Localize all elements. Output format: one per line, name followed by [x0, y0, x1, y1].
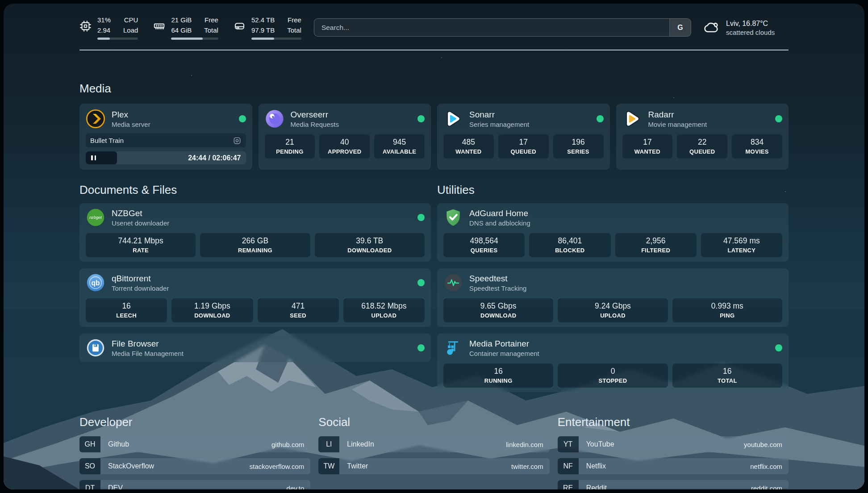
- stat-box: 16 LEECH: [86, 298, 167, 322]
- bookmark-url: github.com: [271, 441, 304, 448]
- bookmark-abbr: TW: [318, 458, 339, 474]
- stat-box: 17 WANTED: [622, 134, 673, 159]
- pause-button[interactable]: [91, 155, 96, 160]
- service-card-radarr[interactable]: Radarr Movie management 17 WANTED 22 QUE…: [616, 104, 789, 170]
- stat-box: 21 PENDING: [265, 134, 315, 159]
- stat-box: 9.65 Gbps DOWNLOAD: [443, 298, 553, 322]
- bookmark-netflix[interactable]: NF Netflix netflix.com: [558, 458, 789, 474]
- cpu-progressbar: [97, 38, 138, 40]
- bookmark-abbr: LI: [318, 436, 339, 452]
- search-input[interactable]: [314, 18, 691, 37]
- section-title-media: Media: [79, 82, 789, 96]
- svg-text:nzbget: nzbget: [89, 215, 102, 220]
- dashboard-window: 31% 2.94 CPU Load: [4, 4, 864, 489]
- cpu-load-label: Load: [123, 25, 138, 36]
- bookmark-group-social: Social LI LinkedIn linkedin.com TW Twitt…: [318, 415, 549, 489]
- bookmark-url: linkedin.com: [506, 441, 543, 448]
- disk-progressbar: [251, 38, 301, 40]
- sonarr-icon: [443, 109, 463, 129]
- disk-total-value: 97.9 TB: [251, 25, 275, 36]
- service-title: AdGuard Home: [469, 209, 530, 218]
- cloud-icon: [704, 20, 720, 36]
- stat-box: 16 RUNNING: [443, 363, 553, 388]
- bookmark-name: Github: [108, 440, 129, 448]
- service-subtitle: Series management: [469, 121, 529, 128]
- utilities-column: Utilities AdGuard Home: [437, 183, 789, 392]
- bookmark-youtube[interactable]: YT YouTube youtube.com: [558, 436, 789, 452]
- service-card-qbittorrent[interactable]: qb qBittorrent Torrent downloader 16: [79, 268, 431, 327]
- bookmark-twitter[interactable]: TW Twitter twitter.com: [318, 458, 549, 474]
- weather-condition: scattered clouds: [726, 29, 775, 36]
- bookmark-url: youtube.com: [744, 441, 782, 448]
- cpu-usage-label: CPU: [124, 15, 138, 25]
- service-card-nzbget[interactable]: nzbget NZBGet Usenet downloader 744.21 M…: [79, 203, 431, 262]
- radarr-icon: [622, 109, 642, 129]
- service-subtitle: Movie management: [648, 121, 707, 128]
- service-subtitle: Speedtest Tracking: [469, 284, 526, 292]
- service-title: Sonarr: [469, 110, 529, 120]
- service-card-speedtest[interactable]: Speedtest Speedtest Tracking 9.65 Gbps D…: [437, 268, 789, 327]
- memory-free-value: 21 GiB: [171, 15, 192, 25]
- disk-total-label: Total: [287, 25, 301, 36]
- search-provider-button[interactable]: G: [669, 19, 691, 36]
- stat-box: 471 SEED: [258, 298, 339, 322]
- service-subtitle: Torrent downloader: [112, 284, 169, 292]
- stat-box: 9.24 Gbps UPLOAD: [558, 298, 668, 322]
- service-subtitle: Media Requests: [291, 121, 339, 128]
- bookmark-reddit[interactable]: RE Reddit reddit.com: [558, 480, 789, 489]
- bookmark-url: stackoverflow.com: [250, 463, 305, 470]
- bookmark-name: Netflix: [586, 462, 606, 470]
- bookmark-linkedin[interactable]: LI LinkedIn linkedin.com: [318, 436, 549, 452]
- bookmark-abbr: YT: [558, 436, 579, 452]
- bookmark-name: LinkedIn: [347, 440, 374, 448]
- search-bar: G: [314, 18, 691, 37]
- disk-free-label: Free: [288, 15, 301, 25]
- bookmark-name: StackOverflow: [108, 462, 154, 470]
- bookmark-dev[interactable]: DT DEV dev.to: [79, 480, 310, 489]
- portainer-icon: [443, 338, 463, 358]
- disk-widget: 52.4 TB 97.9 TB Free Total: [234, 15, 301, 40]
- service-subtitle: Usenet downloader: [112, 219, 169, 227]
- stat-box: 945 AVAILABLE: [374, 134, 425, 159]
- service-card-overseerr[interactable]: Overseerr Media Requests 21 PENDING 40 A…: [259, 104, 431, 170]
- cpu-icon: [79, 20, 92, 32]
- cpu-load-value: 2.94: [97, 25, 111, 36]
- bookmark-group-entertainment: Entertainment YT YouTube youtube.com NF …: [558, 415, 789, 489]
- memory-widget: 21 GiB 64 GiB Free Total: [153, 15, 218, 40]
- service-card-filebrowser[interactable]: File Browser Media File Management: [79, 334, 431, 362]
- bookmark-group-developer: Developer GH Github github.com SO StackO…: [79, 415, 310, 489]
- stat-box: 196 SERIES: [553, 134, 604, 159]
- stat-box: 22 QUEUED: [677, 134, 727, 159]
- bookmark-abbr: RE: [558, 480, 579, 489]
- service-card-sonarr[interactable]: Sonarr Series management 485 WANTED 17 Q…: [437, 104, 610, 170]
- bookmark-github[interactable]: GH Github github.com: [79, 436, 310, 452]
- service-card-portainer[interactable]: Media Portainer Container management 16 …: [437, 334, 789, 392]
- stat-box: 0 STOPPED: [558, 363, 668, 388]
- service-card-adguard[interactable]: AdGuard Home DNS and adblocking 498,564 …: [437, 203, 789, 262]
- bookmark-abbr: SO: [79, 458, 100, 474]
- service-title: NZBGet: [112, 209, 169, 218]
- service-card-plex[interactable]: Plex Media server Bullet Train 24:44 / 0: [79, 104, 252, 170]
- plex-icon: [86, 109, 105, 129]
- now-playing-row: Bullet Train: [86, 134, 246, 147]
- status-dot: [417, 344, 425, 351]
- bookmark-abbr: NF: [558, 458, 579, 474]
- filebrowser-icon: [86, 338, 105, 358]
- disk-free-value: 52.4 TB: [251, 15, 275, 25]
- stat-box: 47.569 ms LATENCY: [701, 233, 782, 257]
- cpu-usage-value: 31%: [97, 15, 111, 25]
- status-dot: [775, 115, 782, 122]
- bookmark-url: dev.to: [287, 485, 305, 490]
- stat-box: 1.19 Gbps DOWNLOAD: [171, 298, 253, 322]
- stat-box: 0.993 ms PING: [672, 298, 782, 322]
- playback-progressbar: 24:44 / 02:06:47: [86, 151, 246, 164]
- service-title: File Browser: [112, 339, 184, 349]
- stat-box: 2,956 FILTERED: [615, 233, 697, 257]
- now-playing-title: Bullet Train: [90, 137, 124, 144]
- service-title: Plex: [112, 110, 150, 120]
- service-title: Speedtest: [469, 274, 526, 284]
- stat-box: 485 WANTED: [443, 134, 494, 159]
- bookmark-stackoverflow[interactable]: SO StackOverflow stackoverflow.com: [79, 458, 310, 474]
- service-title: Radarr: [648, 110, 707, 120]
- status-dot: [239, 115, 246, 122]
